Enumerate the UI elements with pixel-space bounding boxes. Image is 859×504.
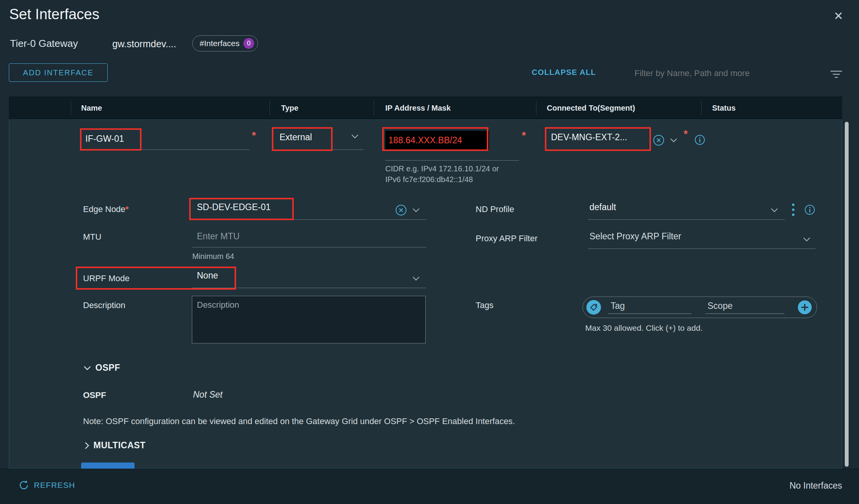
info-icon[interactable] — [804, 204, 815, 215]
filter-input[interactable] — [634, 65, 816, 81]
kebab-menu-icon[interactable] — [791, 203, 795, 217]
mtu-input[interactable] — [192, 230, 426, 247]
required-marker: * — [522, 131, 526, 141]
column-divider — [71, 101, 71, 115]
ip-input-underline — [385, 160, 519, 161]
close-icon[interactable]: ✕ — [834, 9, 843, 23]
mtu-help: Minimum 64 — [192, 252, 234, 261]
ip-address-input[interactable] — [385, 131, 489, 150]
chevron-down-icon — [83, 365, 92, 371]
tag-icon — [586, 300, 601, 315]
clear-selection-icon[interactable] — [653, 134, 664, 146]
ip-help-line1: CIDR e.g. IPv4 172.16.10.1/24 or — [385, 164, 499, 173]
proxy-arp-select[interactable]: Select Proxy ARP Filter — [588, 231, 816, 249]
column-divider — [701, 101, 702, 115]
refresh-icon — [18, 480, 29, 491]
edge-node-label: Edge Node* — [83, 204, 129, 214]
interfaces-badge-label: #Interfaces — [200, 39, 240, 48]
chevron-down-icon — [412, 207, 420, 213]
column-header-connected: Connected To(Segment) — [547, 104, 635, 113]
tags-help: Max 30 allowed. Click (+) to add. — [585, 323, 703, 333]
proxy-arp-value: Select Proxy ARP Filter — [589, 231, 681, 241]
mtu-label: MTU — [83, 232, 102, 242]
info-icon[interactable] — [694, 134, 705, 145]
gateway-name: gw.stormdev.... — [112, 38, 176, 50]
chevron-down-icon — [412, 276, 420, 281]
description-label: Description — [83, 300, 125, 310]
collapse-all-link[interactable]: COLLAPSE ALL — [532, 68, 596, 77]
required-marker: * — [684, 129, 688, 139]
ospf-note: Note: OSPF configuration can be viewed a… — [83, 416, 515, 426]
chevron-down-icon[interactable] — [670, 138, 678, 143]
save-button-partial[interactable] — [81, 463, 135, 469]
tag-input[interactable] — [608, 301, 691, 314]
nd-profile-select[interactable]: default — [588, 202, 785, 220]
proxy-arp-label: Proxy ARP Filter — [476, 234, 538, 244]
multicast-section-toggle[interactable]: MULTICAST — [84, 440, 146, 451]
edge-node-select[interactable]: SD-DEV-EDGE-01 — [192, 202, 426, 220]
interfaces-badge[interactable]: #Interfaces 0 — [192, 35, 258, 51]
name-input[interactable] — [83, 132, 249, 150]
ospf-field-label: OSPF — [83, 390, 106, 400]
urpf-mode-value: None — [197, 270, 218, 280]
chevron-down-icon — [771, 207, 778, 213]
type-select[interactable]: External — [273, 132, 363, 150]
column-header-name: Name — [81, 104, 102, 113]
filter-icon[interactable] — [830, 70, 843, 79]
urpf-mode-select[interactable]: None — [192, 270, 426, 288]
chevron-down-icon — [351, 134, 359, 139]
column-header-ip: IP Address / Mask — [385, 104, 451, 113]
connected-segment-select[interactable]: DEV-MNG-EXT-2... — [548, 132, 650, 150]
connected-segment-value: DEV-MNG-EXT-2... — [551, 132, 627, 142]
page-title: Set Interfaces — [9, 6, 99, 23]
footer-bar: REFRESH No Interfaces — [0, 469, 859, 504]
chevron-down-icon — [803, 237, 811, 242]
edge-node-value: SD-DEV-EDGE-01 — [197, 202, 271, 212]
column-divider — [374, 101, 374, 115]
ospf-section-label: OSPF — [95, 363, 120, 373]
column-divider — [536, 101, 536, 115]
required-marker: * — [125, 204, 129, 214]
refresh-label: REFRESH — [34, 481, 75, 490]
ospf-section-toggle[interactable]: OSPF — [83, 363, 120, 373]
ip-help-line2: IPv6 fc7e:f206:db42::1/48 — [385, 175, 473, 184]
nd-profile-value: default — [589, 202, 616, 212]
column-header-status: Status — [712, 104, 736, 113]
ospf-field-value: Not Set — [193, 390, 223, 400]
scope-input[interactable] — [705, 301, 784, 314]
scrollbar-track[interactable] — [844, 120, 849, 468]
edge-node-label-text: Edge Node — [83, 204, 125, 214]
required-marker: * — [252, 131, 256, 141]
column-header-type: Type — [281, 104, 298, 113]
scrollbar-thumb[interactable] — [845, 122, 849, 467]
clear-selection-icon[interactable] — [395, 204, 407, 216]
chevron-right-icon — [84, 441, 90, 450]
add-interface-button[interactable]: ADD INTERFACE — [9, 63, 108, 82]
interfaces-count-badge: 0 — [243, 38, 254, 49]
multicast-section-label: MULTICAST — [93, 440, 146, 451]
refresh-button[interactable]: REFRESH — [18, 480, 75, 491]
tags-label: Tags — [476, 300, 493, 310]
gateway-type-label: Tier-0 Gateway — [10, 38, 78, 50]
urpf-mode-label: URPF Mode — [83, 274, 130, 284]
set-interfaces-dialog: Set Interfaces ✕ Tier-0 Gateway gw.storm… — [0, 0, 859, 504]
add-tag-icon[interactable] — [797, 300, 812, 315]
tags-group — [583, 297, 817, 318]
nd-profile-label: ND Profile — [476, 204, 514, 214]
column-divider — [270, 101, 270, 115]
footer-status: No Interfaces — [789, 481, 842, 491]
description-textarea[interactable] — [192, 296, 426, 343]
type-select-value: External — [280, 132, 312, 142]
